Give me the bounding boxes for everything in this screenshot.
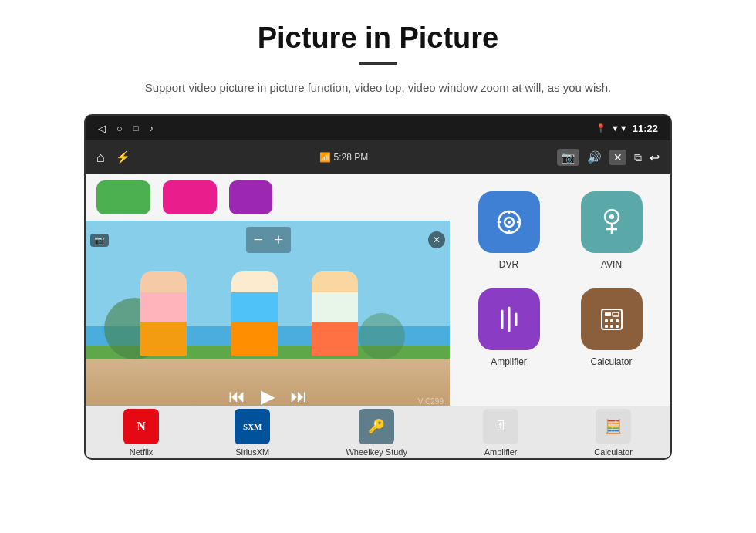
app-cell-avin: AVIN — [560, 182, 663, 279]
back-arrow-icon[interactable]: ◁ — [98, 123, 106, 134]
next-button[interactable]: ⏭ — [290, 386, 307, 406]
status-bar: ◁ ○ □ ♪ 📍 ▼▼ 11:22 — [86, 116, 670, 140]
amplifier-icon-svg — [494, 305, 524, 334]
page-wrapper: Picture in Picture Support video picture… — [0, 0, 756, 460]
back-icon[interactable]: ↩ — [650, 150, 660, 165]
home-icon[interactable]: ⌂ — [96, 150, 105, 166]
svg-rect-22 — [616, 325, 619, 328]
siriusxm-icon: SXM — [235, 409, 270, 444]
page-title: Picture in Picture — [258, 22, 499, 55]
avin-app-icon[interactable] — [581, 191, 643, 253]
app-bar-right: 📷 🔊 ✕ ⧉ ↩ — [557, 149, 660, 166]
top-app-2[interactable] — [163, 180, 217, 214]
calculator-app-icon[interactable] — [581, 288, 643, 350]
title-divider — [359, 62, 397, 65]
bottom-app-amplifier[interactable]: 🎚 Amplifier — [483, 409, 518, 457]
pip-close-icon: ✕ — [433, 234, 440, 246]
calculator-bottom-icon: 🧮 — [596, 409, 631, 444]
svg-rect-17 — [605, 319, 608, 322]
svg-rect-20 — [605, 325, 608, 328]
avin-icon-svg — [597, 207, 626, 237]
signal-icon: ▼▼ — [611, 123, 628, 133]
pip-plus-button[interactable]: + — [274, 230, 283, 250]
calculator-label: Calculator — [590, 356, 632, 367]
svg-rect-16 — [613, 312, 619, 316]
bottom-app-siriusxm[interactable]: SXM SiriusXM — [235, 409, 270, 457]
play-button[interactable]: ▶ — [261, 386, 275, 407]
app-row-top — [86, 174, 450, 221]
status-time: 11:22 — [633, 123, 658, 134]
close-x-icon[interactable]: ✕ — [609, 150, 626, 165]
amplifier-app-icon[interactable] — [478, 288, 540, 350]
calculator-icon-svg — [597, 305, 626, 334]
pip-icon[interactable]: ⧉ — [634, 151, 642, 164]
dvr-app-icon[interactable] — [478, 191, 540, 253]
amplifier-bottom-icon: 🎚 — [483, 409, 518, 444]
recent-apps-icon[interactable]: □ — [133, 123, 139, 133]
watermark: VIC299 — [418, 397, 444, 406]
top-app-3[interactable] — [229, 180, 272, 214]
person-2 — [231, 271, 278, 356]
wifi-status-icon: 📶 — [319, 152, 331, 163]
svg-point-2 — [508, 221, 511, 224]
amplifier-bottom-label: Amplifier — [484, 447, 518, 457]
status-bar-right: 📍 ▼▼ 11:22 — [596, 123, 658, 134]
pip-controls-bar: 📷 − + ✕ — [90, 227, 445, 253]
bottom-app-wheelkey[interactable]: 🔑 Wheelkey Study — [346, 409, 407, 457]
location-icon: 📍 — [596, 123, 606, 133]
top-app-1[interactable] — [96, 180, 150, 214]
pip-video: 📷 − + ✕ ⏮ ▶ ⏭ — [86, 221, 450, 413]
home-circle-icon[interactable]: ○ — [116, 123, 123, 134]
calculator-bottom-label: Calculator — [594, 447, 633, 457]
app-bar-center: 📶 5:28 PM — [319, 152, 369, 163]
prev-button[interactable]: ⏮ — [228, 386, 245, 406]
app-bar-left: ⌂ ⚡ — [96, 150, 130, 166]
pip-minus-button[interactable]: − — [254, 230, 263, 250]
app-cell-amplifier: Amplifier — [457, 279, 560, 376]
avin-label: AVIN — [601, 259, 622, 270]
usb-icon: ⚡ — [116, 150, 130, 164]
music-icon: ♪ — [150, 123, 154, 133]
wheelkey-icon: 🔑 — [359, 409, 394, 444]
page-subtitle: Support video picture in picture functio… — [145, 79, 611, 97]
bottom-app-netflix[interactable]: N Netflix — [123, 409, 159, 457]
svg-rect-19 — [616, 319, 619, 322]
app-cell-calculator: Calculator — [560, 279, 663, 376]
pip-resize-controls: − + — [246, 227, 292, 253]
bottom-app-row: N Netflix SXM SiriusXM 🔑 Wheelkey Study … — [86, 406, 670, 458]
camera-button[interactable]: 📷 — [557, 149, 579, 166]
dvr-label: DVR — [499, 259, 518, 270]
app-cell-dvr: DVR — [457, 182, 560, 279]
svg-rect-21 — [610, 325, 613, 328]
pip-camera-icon: 📷 — [90, 234, 109, 247]
amplifier-label: Amplifier — [491, 356, 527, 367]
person-1 — [140, 271, 187, 356]
bottom-app-calculator[interactable]: 🧮 Calculator — [594, 409, 633, 457]
app-bar: ⌂ ⚡ 📶 5:28 PM 📷 🔊 ✕ ⧉ ↩ — [86, 140, 670, 174]
svg-point-8 — [609, 214, 614, 219]
svg-rect-18 — [610, 319, 613, 322]
netflix-label: Netflix — [130, 447, 154, 457]
netflix-icon: N — [123, 409, 159, 444]
media-controls: ⏮ ▶ ⏭ — [228, 386, 307, 407]
person-3 — [312, 271, 358, 356]
dvr-icon-svg — [494, 207, 525, 238]
volume-icon[interactable]: 🔊 — [587, 150, 602, 164]
status-bar-left: ◁ ○ □ ♪ — [98, 123, 154, 134]
svg-rect-15 — [605, 312, 611, 316]
wheelkey-label: Wheelkey Study — [346, 447, 407, 457]
siriusxm-label: SiriusXM — [235, 447, 269, 457]
app-bar-time: 5:28 PM — [334, 152, 369, 163]
device-frame: ◁ ○ □ ♪ 📍 ▼▼ 11:22 ⌂ ⚡ 📶 5:28 PM 📷 — [84, 114, 672, 460]
pip-close-button[interactable]: ✕ — [428, 231, 445, 248]
